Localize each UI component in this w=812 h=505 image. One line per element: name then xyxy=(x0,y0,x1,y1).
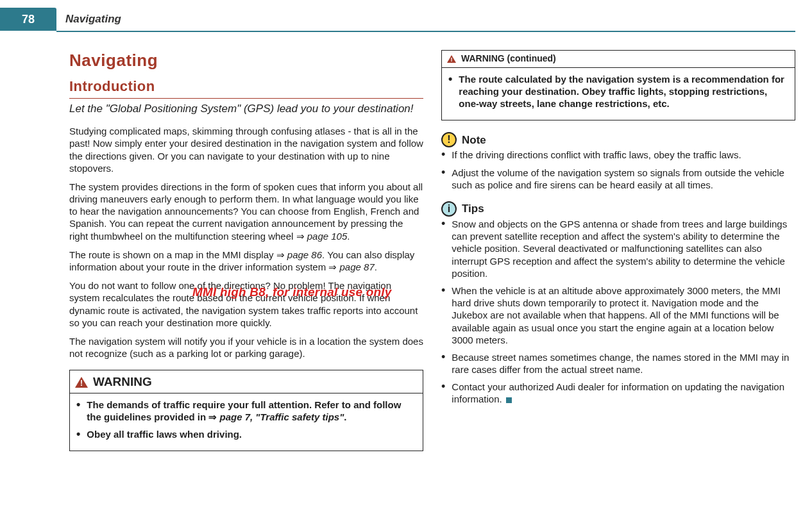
note-item: • If the driving directions conflict wit… xyxy=(441,149,795,161)
ref-arrow: ⇒ xyxy=(208,411,217,422)
page-ref[interactable]: page 105 xyxy=(307,231,348,242)
page-ref[interactable]: page 87 xyxy=(340,261,375,272)
text: . xyxy=(375,261,377,272)
section-subtitle: Let the "Global Positioning System" (GPS… xyxy=(69,103,423,116)
text: . xyxy=(344,411,346,422)
note-header: ! Note xyxy=(441,132,795,147)
section-end-icon xyxy=(506,397,512,403)
ref-arrow: ⇒ xyxy=(296,231,305,242)
warning-title: WARNING xyxy=(93,374,152,390)
warning-item: • The demands of traffic require your fu… xyxy=(76,399,418,423)
warning-body: • The route calculated by the navigation… xyxy=(442,68,795,120)
paragraph: The navigation system will notify you if… xyxy=(69,335,423,360)
text: The route is shown on a map in the MMI d… xyxy=(69,249,276,260)
tips-text: Because street names sometimes change, t… xyxy=(452,351,795,376)
page-ref[interactable]: page 7, "Traffic safety tips" xyxy=(220,411,344,422)
tips-title: Tips xyxy=(462,202,484,216)
warning-triangle-icon xyxy=(447,55,456,63)
page-title: Navigating xyxy=(69,50,423,71)
info-icon: i xyxy=(441,201,457,217)
warning-continued-header: WARNING (continued) xyxy=(442,51,795,68)
bullet-icon: • xyxy=(441,381,445,405)
tips-item: • Snow and objects on the GPS antenna or… xyxy=(441,218,795,279)
warning-item: • Obey all traffic laws when driving. xyxy=(76,428,418,440)
warning-item: • The route calculated by the navigation… xyxy=(448,73,790,110)
tips-text: Contact your authorized Audi dealer for … xyxy=(452,381,795,405)
paragraph: You do not want to follow one of the dir… xyxy=(69,279,423,329)
text: . xyxy=(347,231,350,242)
note-text: Adjust the volume of the navigation syst… xyxy=(452,167,795,191)
paragraph: The route is shown on a map in the MMI d… xyxy=(69,249,423,273)
bullet-icon: • xyxy=(441,351,445,376)
header-rule xyxy=(56,31,795,32)
warning-header: WARNING xyxy=(70,370,423,393)
ref-arrow: ⇒ xyxy=(328,261,337,272)
page-ref[interactable]: page 86 xyxy=(287,249,322,260)
running-head: Navigating xyxy=(65,13,121,26)
bullet-icon: • xyxy=(76,399,80,423)
warning-text: The demands of traffic require your full… xyxy=(87,399,418,423)
page-header: 78 Navigating xyxy=(0,5,812,32)
warning-continued-title: WARNING (continued) xyxy=(461,53,556,65)
warning-text: Obey all traffic laws when driving. xyxy=(87,428,418,440)
text: The system provides directions in the fo… xyxy=(69,181,423,242)
right-column: WARNING (continued) • The route calculat… xyxy=(441,50,795,451)
bullet-icon: • xyxy=(448,73,452,110)
page-number-tab: 78 xyxy=(0,8,56,31)
tips-header: i Tips xyxy=(441,201,795,217)
warning-triangle-icon xyxy=(75,377,88,388)
warning-continued-box: WARNING (continued) • The route calculat… xyxy=(441,50,795,120)
ref-arrow: ⇒ xyxy=(276,249,285,260)
left-column: Navigating Introduction Let the "Global … xyxy=(69,50,423,451)
warning-body: • The demands of traffic require your fu… xyxy=(70,393,423,451)
paragraph: The system provides directions in the fo… xyxy=(69,181,423,242)
tips-item: • Because street names sometimes change,… xyxy=(441,351,795,376)
page: 78 Navigating Navigating Introduction Le… xyxy=(0,0,812,505)
content: Navigating Introduction Let the "Global … xyxy=(0,32,812,451)
bullet-icon: • xyxy=(441,167,445,191)
bullet-icon: • xyxy=(441,285,445,346)
bullet-icon: • xyxy=(76,428,80,440)
note-title: Note xyxy=(462,133,486,147)
note-icon: ! xyxy=(441,132,457,147)
tips-text: When the vehicle is at an altitude above… xyxy=(452,285,795,346)
warning-text: The route calculated by the navigation s… xyxy=(459,73,790,110)
text: Contact your authorized Audi dealer for … xyxy=(452,381,784,404)
bullet-icon: • xyxy=(441,218,445,279)
note-item: • Adjust the volume of the navigation sy… xyxy=(441,167,795,191)
tips-text: Snow and objects on the GPS antenna or s… xyxy=(452,218,795,279)
note-text: If the driving directions conflict with … xyxy=(452,149,795,161)
section-heading: Introduction xyxy=(69,78,423,99)
paragraph: Studying complicated maps, skimming thro… xyxy=(69,125,423,174)
warning-box: WARNING • The demands of traffic require… xyxy=(69,370,423,451)
tips-item: • Contact your authorized Audi dealer fo… xyxy=(441,381,795,405)
tips-item: • When the vehicle is at an altitude abo… xyxy=(441,285,795,346)
bullet-icon: • xyxy=(441,149,445,161)
